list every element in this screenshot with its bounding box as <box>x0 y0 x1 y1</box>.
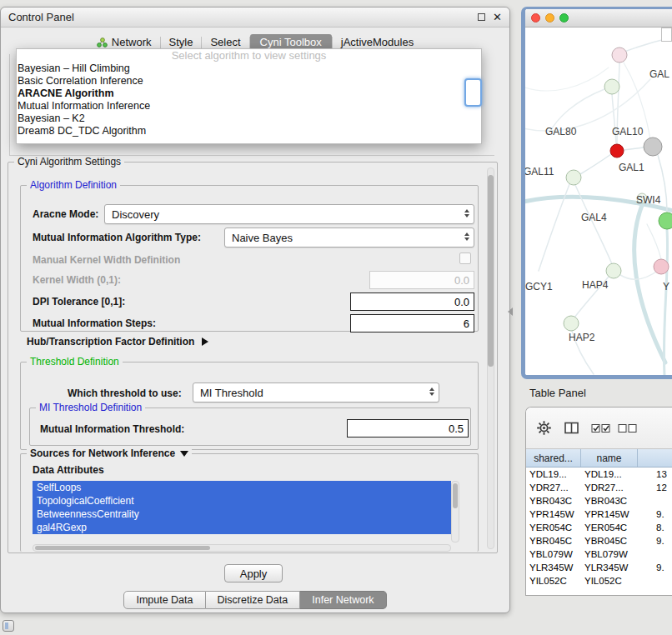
mi-steps-field[interactable] <box>350 314 474 332</box>
dropdown-item[interactable]: Bayesian – Hill Climbing <box>17 62 481 75</box>
dropdown-item[interactable]: Dream8 DC_TDC Algorithm <box>17 125 481 138</box>
mi-algorithm-type-combo[interactable]: Naive Bayes <box>224 228 474 248</box>
table-cell: 8. <box>638 521 672 534</box>
node-label: SWI4 <box>636 194 661 206</box>
network-view-window: GAL GAL80 GAL10 GAL11 GAL1 SWI4 GAL4 GCY… <box>521 7 672 379</box>
group-title: Threshold Definition <box>27 356 123 368</box>
network-canvas[interactable]: GAL GAL80 GAL10 GAL11 GAL1 SWI4 GAL4 GCY… <box>525 28 672 375</box>
table-cell: YLR345W <box>526 561 581 574</box>
algorithm-definition-group: Algorithm Definition Aracne Mode: Discov… <box>20 185 479 332</box>
table-cell: YIL052C <box>526 574 581 588</box>
dpi-tolerance-field[interactable] <box>350 292 474 311</box>
panel-resize-grip[interactable] <box>508 308 513 316</box>
network-node[interactable] <box>564 316 579 331</box>
table-row[interactable]: YBR045CYBR045C9. <box>526 534 672 548</box>
dropdown-item[interactable]: ARACNE Algorithm <box>17 88 481 100</box>
tab-label: Cyni Toolbox <box>260 36 322 48</box>
minimize-icon[interactable] <box>545 13 554 22</box>
tab-impute-data[interactable]: Impute Data <box>123 591 205 609</box>
node-label: GAL10 <box>612 126 644 138</box>
table-row[interactable]: YDR27...YDR27...12 <box>526 481 672 494</box>
network-node[interactable] <box>612 48 627 62</box>
mi-threshold-label: Mutual Information Threshold: <box>40 423 184 435</box>
mi-threshold-field[interactable] <box>347 419 469 438</box>
network-node[interactable] <box>654 259 669 274</box>
settings-scrollbar[interactable] <box>487 168 494 549</box>
dropdown-item[interactable]: Basic Correlation Inference <box>17 75 481 88</box>
attribute-item[interactable]: gal4RGexp <box>33 521 451 534</box>
attribute-item[interactable]: BetweennessCentrality <box>33 508 451 521</box>
dropdown-item[interactable]: Bayesian – K2 <box>17 112 481 125</box>
attribute-list-hscrollbar[interactable] <box>33 544 451 552</box>
column-header-cut[interactable] <box>638 449 672 467</box>
node-label: GAL1 <box>619 162 644 173</box>
table-settings-button[interactable] <box>536 420 552 438</box>
hub-definition-toggle[interactable]: Hub/Transcription Factor Definition <box>27 336 208 348</box>
node-label: HAP2 <box>569 332 595 343</box>
table-cell: 13 <box>638 468 672 481</box>
table-cell: YPR145W <box>581 508 638 521</box>
node-label: Y <box>663 281 669 292</box>
mi-threshold-definition-group: MI Threshold Definition Mutual Informati… <box>29 408 471 446</box>
zoom-icon[interactable] <box>559 13 569 22</box>
manual-kernel-checkbox[interactable] <box>459 252 471 264</box>
combo-arrows-icon <box>464 232 469 241</box>
table-row[interactable]: YBL079WYBL079W <box>526 548 672 561</box>
node-label: GCY1 <box>525 281 553 292</box>
attribute-item[interactable]: SelfLoops <box>33 481 451 494</box>
table-row[interactable]: YIL052CYIL052C <box>526 574 672 588</box>
select-all-columns-button[interactable] <box>591 423 611 436</box>
table-body: YDL19...YDL19...13YDR27...YDR27...12YBR0… <box>526 468 672 588</box>
tab-label: Select <box>210 36 240 48</box>
aracne-mode-combo[interactable]: Discovery <box>104 204 474 224</box>
control-panel-window: Control Panel ✕ Network Style Select Cyn… <box>0 7 510 613</box>
aracne-mode-label: Aracne Mode: <box>33 208 98 220</box>
group-title: Algorithm Definition <box>27 179 120 192</box>
table-cell: YBR043C <box>581 494 638 508</box>
table-row[interactable]: YBR043CYBR043C <box>526 494 672 508</box>
mi-algorithm-type-label: Mutual Information Algorithm Type: <box>33 232 201 243</box>
network-node[interactable] <box>566 170 581 185</box>
tab-infer-network[interactable]: Infer Network <box>300 591 386 609</box>
table-row[interactable]: YER054CYER054C8. <box>526 521 672 534</box>
tab-label: jActiveModules <box>341 36 414 48</box>
float-window-icon[interactable] <box>478 13 485 21</box>
table-row[interactable]: YLR345WYLR345W9. <box>526 561 672 574</box>
network-node[interactable] <box>604 79 619 94</box>
network-node[interactable] <box>606 263 621 278</box>
apply-button[interactable]: Apply <box>224 564 283 582</box>
scrollbar-thumb[interactable] <box>488 175 494 367</box>
table-row[interactable]: YDL19...YDL19...13 <box>526 468 672 481</box>
minimized-panel-icon[interactable] <box>3 620 14 632</box>
network-scrollbar[interactable] <box>661 28 672 42</box>
close-icon[interactable]: ✕ <box>493 12 502 22</box>
column-header-shared-name[interactable]: shared... <box>526 449 581 467</box>
dropdown-item[interactable]: Mutual Information Inference <box>17 100 481 112</box>
which-threshold-label: Which threshold to use: <box>68 388 182 399</box>
background-group-fragment <box>9 54 10 155</box>
network-node[interactable] <box>644 138 662 156</box>
table-cell: YBL079W <box>581 548 638 561</box>
sources-toggle[interactable]: Sources for Network Inference <box>27 448 192 460</box>
attribute-item[interactable]: TopologicalCoefficient <box>33 494 451 508</box>
kernel-width-field[interactable] <box>369 271 474 289</box>
table-cell: YDL19... <box>581 468 638 481</box>
attribute-list-vscrollbar[interactable] <box>451 481 459 542</box>
network-node[interactable] <box>610 144 624 158</box>
minimized-panel-icon-mark <box>5 622 8 629</box>
column-header-name[interactable]: name <box>581 449 638 467</box>
table-panel-title: Table Panel <box>529 387 586 399</box>
deselect-all-columns-button[interactable] <box>618 423 638 436</box>
tab-discretize-data[interactable]: Discretize Data <box>206 591 301 609</box>
close-icon[interactable] <box>531 13 540 22</box>
dropdown-prompt: Select algorithm to view settings <box>17 49 481 62</box>
show-columns-button[interactable] <box>564 422 579 437</box>
table-cell: YER054C <box>581 521 638 534</box>
table-cell <box>638 574 672 588</box>
which-threshold-combo[interactable]: MI Threshold <box>193 382 439 402</box>
kernel-width-label: Kernel Width (0,1): <box>33 274 121 286</box>
table-cell <box>638 494 672 508</box>
network-node[interactable] <box>659 212 672 229</box>
table-cell: YIL052C <box>581 574 638 588</box>
table-row[interactable]: YPR145WYPR145W9. <box>526 508 672 521</box>
